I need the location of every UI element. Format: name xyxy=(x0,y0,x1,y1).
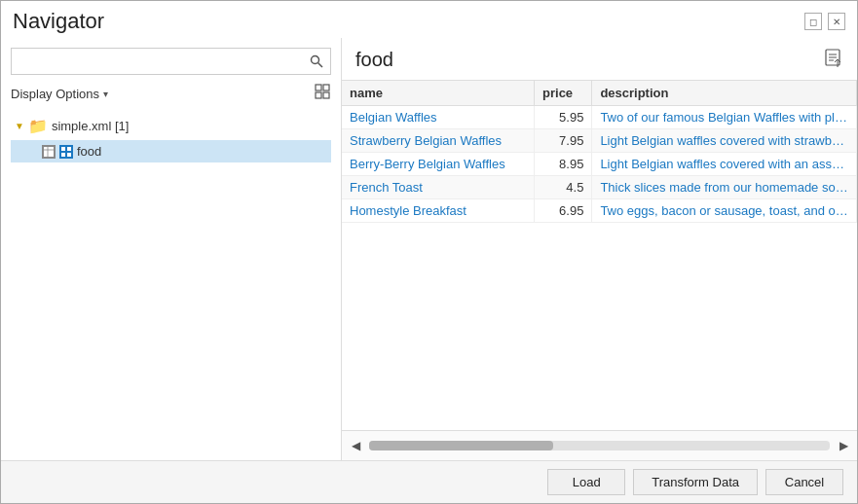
tree-folder-root[interactable]: ▼ 📁 simple.xml [1] xyxy=(11,114,331,138)
content-area: Display Options ▾ ▼ 📁 simple.xml [1 xyxy=(1,38,857,460)
table-row[interactable]: French Toast4.5Thick slices made from ou… xyxy=(342,176,857,199)
table-box-inner xyxy=(43,146,55,158)
table-grid-icon xyxy=(59,145,73,159)
scroll-track[interactable] xyxy=(369,441,830,450)
svg-rect-4 xyxy=(316,92,321,98)
navigator-window: Navigator ◻ ✕ Display Options ▾ xyxy=(0,0,858,504)
right-panel: food name xyxy=(342,38,857,460)
cell-name: Strawberry Belgian Waffles xyxy=(342,129,535,153)
scroll-right-button[interactable]: ▶ xyxy=(830,435,857,456)
table-row[interactable]: Berry-Berry Belgian Waffles8.95Light Bel… xyxy=(342,153,857,176)
search-input[interactable] xyxy=(12,51,303,73)
cell-name: Homestyle Breakfast xyxy=(342,199,535,223)
scroll-left-button[interactable]: ◀ xyxy=(342,435,369,456)
cell-name: French Toast xyxy=(342,176,535,199)
tree-area: ▼ 📁 simple.xml [1] food xyxy=(11,114,331,450)
svg-line-1 xyxy=(318,63,323,68)
svg-rect-2 xyxy=(316,85,321,90)
transform-data-button[interactable]: Transform Data xyxy=(633,469,758,495)
search-icon xyxy=(310,54,323,68)
table-box-icon xyxy=(42,145,56,159)
title-bar: Navigator ◻ ✕ xyxy=(1,1,857,38)
cell-description: Two of our famous Belgian Waffles with p… xyxy=(592,106,857,129)
nav-icon xyxy=(314,83,331,100)
load-button[interactable]: Load xyxy=(547,469,625,495)
cell-price: 6.95 xyxy=(535,199,592,223)
col-header-price: price xyxy=(535,81,592,106)
right-header: food xyxy=(342,48,857,80)
cell-description: Two eggs, bacon or sausage, toast, and o… xyxy=(592,199,857,223)
bottom-bar: Load Transform Data Cancel xyxy=(1,460,857,503)
col-header-name: name xyxy=(342,81,535,106)
display-options-row: Display Options ▾ xyxy=(11,83,331,104)
cell-name: Belgian Waffles xyxy=(342,106,535,129)
data-table: name price description Belgian Waffles5.… xyxy=(342,81,857,223)
cell-price: 4.5 xyxy=(535,176,592,199)
folder-arrow-icon: ▼ xyxy=(15,121,24,131)
cell-name: Berry-Berry Belgian Waffles xyxy=(342,153,535,176)
data-table-wrapper: name price description Belgian Waffles5.… xyxy=(342,80,857,430)
search-button[interactable] xyxy=(303,49,330,74)
right-title: food xyxy=(355,49,393,71)
window-controls: ◻ ✕ xyxy=(804,13,845,30)
cell-price: 8.95 xyxy=(535,153,592,176)
tree-root-label: simple.xml [1] xyxy=(52,119,129,133)
svg-point-0 xyxy=(312,56,319,64)
table-row[interactable]: Homestyle Breakfast6.95Two eggs, bacon o… xyxy=(342,199,857,223)
chevron-down-icon: ▾ xyxy=(103,89,108,99)
cell-description: Thick slices made from our homemade sour… xyxy=(592,176,857,199)
search-row xyxy=(11,48,331,75)
folder-icon: 📁 xyxy=(28,117,48,135)
svg-rect-6 xyxy=(44,146,55,157)
nav-settings-button[interactable] xyxy=(314,83,331,104)
display-options-button[interactable]: Display Options ▾ xyxy=(11,87,108,101)
cell-price: 7.95 xyxy=(535,129,592,153)
close-button[interactable]: ✕ xyxy=(828,13,845,30)
horizontal-scrollbar: ◀ ▶ xyxy=(342,430,857,460)
scroll-thumb xyxy=(369,441,553,450)
cell-price: 5.95 xyxy=(535,106,592,129)
table-row[interactable]: Belgian Waffles5.95Two of our famous Bel… xyxy=(342,106,857,129)
export-button[interactable] xyxy=(824,48,843,72)
tree-food-label: food xyxy=(77,144,101,159)
cancel-button[interactable]: Cancel xyxy=(765,469,843,495)
col-header-description: description xyxy=(592,81,857,106)
svg-rect-3 xyxy=(323,85,329,90)
table-row[interactable]: Strawberry Belgian Waffles7.95Light Belg… xyxy=(342,129,857,153)
svg-rect-5 xyxy=(323,92,329,98)
window-title: Navigator xyxy=(13,9,104,34)
display-options-label: Display Options xyxy=(11,87,99,101)
left-panel: Display Options ▾ ▼ 📁 simple.xml [1 xyxy=(1,38,342,460)
export-icon xyxy=(824,48,843,67)
cell-description: Light Belgian waffles covered with an as… xyxy=(592,153,857,176)
cell-description: Light Belgian waffles covered with straw… xyxy=(592,129,857,153)
tree-item-food[interactable]: food xyxy=(11,140,331,162)
restore-button[interactable]: ◻ xyxy=(804,13,822,30)
